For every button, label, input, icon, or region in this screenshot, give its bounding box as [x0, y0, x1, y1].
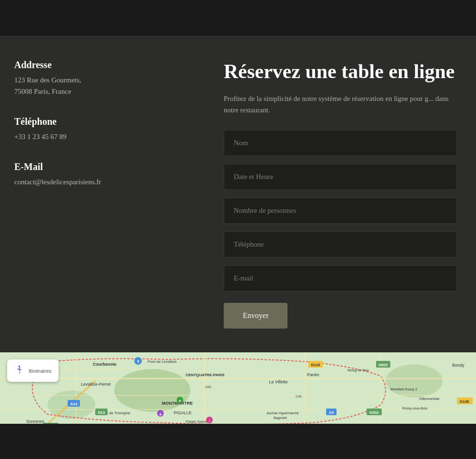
svg-text:D115: D115 [311, 363, 320, 367]
email-block: E-Mail contact@lesdelicesparisiens.fr [14, 161, 190, 188]
personnes-group [224, 198, 457, 224]
svg-text:●: ● [179, 399, 181, 403]
svg-text:A14: A14 [70, 402, 78, 406]
svg-text:18E: 18E [205, 385, 211, 389]
phone-label: Téléphone [14, 116, 190, 127]
right-panel: Réservez une table en ligne Profitez de … [205, 36, 476, 352]
submit-button[interactable]: Envoyer [224, 303, 288, 329]
telephone-group [224, 231, 457, 258]
main-section: Addresse 123 Rue des Gourmets, 75008 Par… [0, 36, 476, 352]
svg-text:N13: N13 [98, 410, 105, 415]
svg-text:CENTQUATRE-PARIS: CENTQUATRE-PARIS [186, 373, 225, 377]
address-block: Addresse 123 Rue des Gourmets, 75008 Par… [14, 60, 190, 97]
svg-text:Bagnolet: Bagnolet [274, 416, 287, 420]
svg-text:N803: N803 [378, 363, 388, 367]
directions-icon [14, 364, 25, 377]
svg-text:Villemomble: Villemomble [419, 397, 440, 401]
address-line2: 75008 Paris, France [14, 86, 190, 97]
top-bar [0, 0, 476, 36]
date-input[interactable] [224, 164, 457, 190]
personnes-input[interactable] [224, 198, 457, 224]
svg-text:Pantin: Pantin [307, 372, 319, 377]
date-group [224, 164, 457, 190]
svg-text:Rosny-sous-Bois: Rosny-sous-Bois [402, 407, 427, 410]
map-section[interactable]: Courbevoie CENTQUATRE-PARIS La Villette … [0, 352, 476, 424]
svg-text:D10E: D10E [460, 399, 470, 404]
svg-text:▲: ▲ [159, 412, 162, 416]
svg-text:Bondy: Bondy [452, 363, 465, 368]
svg-text:⬆: ⬆ [137, 359, 140, 364]
page-title: Réservez une table en ligne [224, 60, 457, 83]
svg-text:Auchan Hypermarché: Auchan Hypermarché [267, 411, 299, 415]
svg-text:19E: 19E [295, 394, 302, 399]
svg-text:Suresnes: Suresnes [26, 419, 45, 424]
svg-rect-44 [43, 423, 59, 424]
email-label: E-Mail [14, 161, 190, 172]
svg-text:Noisy-le-Sec: Noisy-le-Sec [347, 368, 369, 372]
page-description: Profitez de la simplicité de notre systè… [224, 93, 457, 116]
nom-group [224, 130, 457, 156]
svg-text:Pont de Levallois: Pont de Levallois [148, 359, 177, 364]
svg-point-3 [386, 364, 443, 398]
left-panel: Addresse 123 Rue des Gourmets, 75008 Par… [0, 36, 205, 352]
nom-input[interactable] [224, 130, 457, 156]
phone-block: Téléphone +33 1 23 45 67 89 [14, 116, 190, 142]
phone-value: +33 1 23 45 67 89 [14, 131, 190, 142]
svg-text:A3: A3 [329, 410, 334, 415]
svg-text:La Villette: La Villette [269, 379, 288, 384]
svg-text:N302: N302 [369, 410, 379, 415]
telephone-input[interactable] [224, 231, 457, 258]
email-value: contact@lesdelicesparisiens.fr [14, 176, 190, 188]
address-line1: 123 Rue des Gourmets, [14, 74, 190, 86]
map-svg: Courbevoie CENTQUATRE-PARIS La Villette … [0, 352, 476, 424]
svg-text:Levallois-Perret: Levallois-Perret [81, 382, 111, 387]
directions-box[interactable]: Itinéraires [7, 359, 59, 382]
email-form-group [224, 265, 457, 291]
svg-text:PIGALLE: PIGALLE [174, 410, 192, 415]
svg-text:Westfield Rosny 2: Westfield Rosny 2 [390, 388, 417, 391]
address-label: Addresse [14, 60, 190, 70]
directions-text: Itinéraires [29, 368, 51, 374]
svg-text:Courbevoie: Courbevoie [93, 362, 117, 367]
email-input[interactable] [224, 265, 457, 291]
svg-text:♪: ♪ [208, 418, 211, 423]
